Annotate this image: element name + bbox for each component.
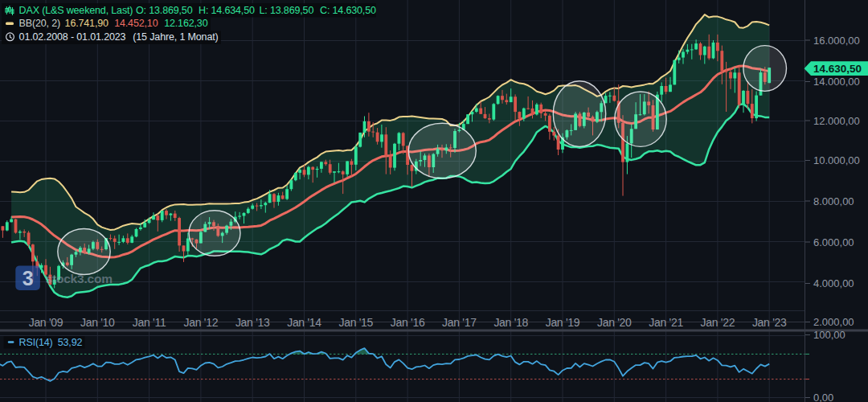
svg-text:(15 Jahre, 1 Monat): (15 Jahre, 1 Monat) — [133, 31, 218, 43]
svg-text:Jan '13: Jan '13 — [235, 316, 270, 329]
svg-text:14.630,50: 14.630,50 — [813, 63, 862, 75]
svg-text:8.000,00: 8.000,00 — [813, 195, 854, 207]
svg-text:Jan '12: Jan '12 — [184, 316, 219, 329]
svg-text:Jan '23: Jan '23 — [752, 316, 787, 329]
svg-text:Jan '20: Jan '20 — [597, 316, 632, 329]
svg-text:0,00: 0,00 — [813, 392, 833, 402]
svg-text:Jan '10: Jan '10 — [80, 316, 115, 329]
svg-text:14.000,00: 14.000,00 — [813, 76, 860, 88]
svg-text:H: 14.634,50: H: 14.634,50 — [199, 5, 255, 16]
svg-text:Jan '21: Jan '21 — [649, 316, 683, 329]
svg-text:DAX (L&S weekend, Last): DAX (L&S weekend, Last) — [19, 5, 133, 16]
svg-text:Jan '22: Jan '22 — [701, 316, 735, 329]
svg-text:C: 14.630,50: C: 14.630,50 — [320, 5, 376, 16]
svg-text:12.000,00: 12.000,00 — [813, 115, 860, 127]
svg-text:L: 13.869,50: L: 13.869,50 — [260, 5, 314, 16]
svg-text:Jan '17: Jan '17 — [442, 316, 477, 329]
svg-text:Jan '11: Jan '11 — [133, 316, 166, 329]
svg-text:12.162,30: 12.162,30 — [164, 18, 207, 29]
svg-text:01.02.2008 - 01.01.2023: 01.02.2008 - 01.01.2023 — [19, 31, 126, 43]
svg-text:4.000,00: 4.000,00 — [813, 277, 854, 289]
svg-text:100,00: 100,00 — [813, 329, 845, 341]
svg-text:10.000,00: 10.000,00 — [813, 154, 860, 166]
svg-text:Jan '18: Jan '18 — [493, 316, 528, 329]
svg-text:Jan '16: Jan '16 — [391, 316, 425, 329]
svg-text:stock3.com: stock3.com — [46, 272, 113, 285]
svg-text:14.452,10: 14.452,10 — [114, 18, 158, 29]
svg-text:2.000,00: 2.000,00 — [813, 316, 854, 328]
svg-text:O: 13.869,50: O: 13.869,50 — [136, 5, 193, 16]
svg-text:Jan '19: Jan '19 — [546, 316, 580, 329]
svg-text:3: 3 — [23, 267, 34, 289]
svg-text:Jan '09: Jan '09 — [29, 316, 63, 329]
svg-text:Jan '14: Jan '14 — [287, 316, 321, 329]
svg-text:16.741,90: 16.741,90 — [65, 18, 108, 29]
svg-text:16.000,00: 16.000,00 — [813, 35, 860, 47]
svg-text:BB(20, 2): BB(20, 2) — [19, 18, 60, 29]
svg-text:6.000,00: 6.000,00 — [813, 236, 854, 248]
svg-text:RSI(14) 53,92: RSI(14) 53,92 — [19, 337, 83, 348]
svg-text:Jan '15: Jan '15 — [338, 316, 373, 329]
